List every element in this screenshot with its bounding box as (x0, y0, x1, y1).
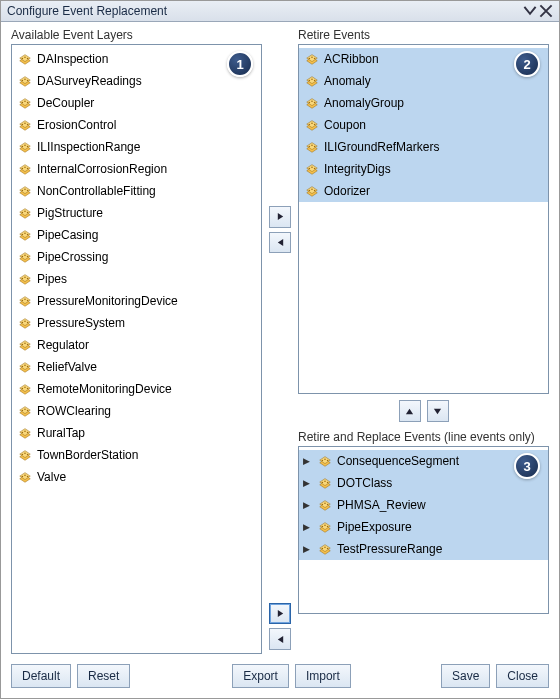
layer-icon (18, 361, 32, 373)
list-item[interactable]: PigStructure (12, 202, 261, 224)
layer-icon (18, 163, 32, 175)
list-item[interactable]: ▶TestPressureRange (299, 538, 548, 560)
svg-point-7 (24, 100, 26, 102)
export-button[interactable]: Export (232, 664, 289, 688)
list-item[interactable]: ErosionControl (12, 114, 261, 136)
list-item[interactable]: DASurveyReadings (12, 70, 261, 92)
default-button[interactable]: Default (11, 664, 71, 688)
list-item[interactable]: Odorizer (299, 180, 548, 202)
svg-point-10 (24, 122, 26, 124)
list-item[interactable]: Anomaly (299, 70, 548, 92)
expand-icon[interactable]: ▶ (303, 522, 313, 532)
list-item[interactable]: Regulator (12, 334, 261, 356)
list-item-label: RemoteMonitoringDevice (37, 382, 172, 396)
svg-point-85 (324, 480, 326, 482)
list-item-label: Anomaly (324, 74, 371, 88)
svg-point-2 (27, 58, 29, 60)
svg-point-82 (324, 458, 326, 460)
svg-point-79 (311, 188, 313, 190)
svg-point-75 (309, 168, 311, 170)
list-item[interactable]: Pipes (12, 268, 261, 290)
expand-icon[interactable]: ▶ (303, 456, 313, 466)
svg-point-92 (327, 526, 329, 528)
list-item[interactable]: IntegrityDigs (299, 158, 548, 180)
list-item[interactable]: TownBorderStation (12, 444, 261, 466)
move-right-replace-button[interactable] (269, 603, 291, 625)
list-item-label: PipeExposure (337, 520, 412, 534)
svg-point-52 (24, 430, 26, 432)
svg-point-19 (24, 188, 26, 190)
list-item[interactable]: ACRibbon (299, 48, 548, 70)
move-right-retire-button[interactable] (269, 206, 291, 228)
list-item[interactable]: ILIGroundRefMarkers (299, 136, 548, 158)
layer-icon (18, 339, 32, 351)
svg-point-6 (22, 102, 24, 104)
list-item[interactable]: InternalCorrosionRegion (12, 158, 261, 180)
move-left-retire-button[interactable] (269, 232, 291, 254)
move-left-replace-button[interactable] (269, 628, 291, 650)
close-icon[interactable] (539, 4, 553, 18)
available-list[interactable]: 1 DAInspectionDASurveyReadingsDeCouplerE… (11, 44, 262, 654)
svg-point-44 (27, 366, 29, 368)
svg-point-12 (22, 146, 24, 148)
list-item[interactable]: Valve (12, 466, 261, 488)
list-item[interactable]: PipeCasing (12, 224, 261, 246)
list-item[interactable]: ReliefValve (12, 356, 261, 378)
list-item-label: PressureSystem (37, 316, 125, 330)
reorder-row (298, 394, 549, 430)
svg-point-46 (24, 386, 26, 388)
list-item[interactable]: PressureMonitoringDevice (12, 290, 261, 312)
expand-icon[interactable]: ▶ (303, 500, 313, 510)
list-item[interactable]: DAInspection (12, 48, 261, 70)
replace-label: Retire and Replace Events (line events o… (298, 430, 549, 446)
layer-icon (18, 207, 32, 219)
layer-icon (18, 273, 32, 285)
list-item[interactable]: AnomalyGroup (299, 92, 548, 114)
move-up-button[interactable] (399, 400, 421, 422)
retire-list[interactable]: 2 ACRibbonAnomalyAnomalyGroupCouponILIGr… (298, 44, 549, 394)
import-button[interactable]: Import (295, 664, 351, 688)
list-item[interactable]: PressureSystem (12, 312, 261, 334)
list-item[interactable]: RuralTap (12, 422, 261, 444)
list-item-label: DeCoupler (37, 96, 94, 110)
minimize-icon[interactable] (523, 4, 537, 18)
list-item[interactable]: DeCoupler (12, 92, 261, 114)
list-item[interactable]: ILIInspectionRange (12, 136, 261, 158)
expand-icon[interactable]: ▶ (303, 544, 313, 554)
list-item[interactable]: NonControllableFitting (12, 180, 261, 202)
expand-icon[interactable]: ▶ (303, 478, 313, 488)
svg-point-50 (27, 410, 29, 412)
layer-icon (18, 185, 32, 197)
close-button[interactable]: Close (496, 664, 549, 688)
svg-point-42 (22, 366, 24, 368)
save-button[interactable]: Save (441, 664, 490, 688)
list-item-label: Odorizer (324, 184, 370, 198)
list-item[interactable]: Coupon (299, 114, 548, 136)
badge-3: 3 (514, 453, 540, 479)
svg-point-47 (27, 388, 29, 390)
reset-button[interactable]: Reset (77, 664, 130, 688)
replace-list[interactable]: 3 ▶ConsequenceSegment▶DOTClass▶PHMSA_Rev… (298, 446, 549, 614)
list-item-label: ConsequenceSegment (337, 454, 459, 468)
svg-point-74 (314, 146, 316, 148)
svg-point-36 (22, 322, 24, 324)
list-item[interactable]: ▶PipeExposure (299, 516, 548, 538)
list-item[interactable]: PipeCrossing (12, 246, 261, 268)
svg-point-32 (27, 278, 29, 280)
svg-point-66 (309, 102, 311, 104)
list-item[interactable]: ▶DOTClass (299, 472, 548, 494)
list-item[interactable]: RemoteMonitoringDevice (12, 378, 261, 400)
layer-icon (18, 295, 32, 307)
svg-point-94 (324, 546, 326, 548)
svg-point-29 (27, 256, 29, 258)
layer-icon (18, 449, 32, 461)
list-item[interactable]: ▶ConsequenceSegment (299, 450, 548, 472)
svg-point-40 (24, 342, 26, 344)
list-item[interactable]: ▶PHMSA_Review (299, 494, 548, 516)
list-item[interactable]: ROWClearing (12, 400, 261, 422)
list-item-label: DOTClass (337, 476, 392, 490)
svg-point-87 (322, 504, 324, 506)
svg-point-43 (24, 364, 26, 366)
svg-point-0 (22, 58, 24, 60)
move-down-button[interactable] (427, 400, 449, 422)
